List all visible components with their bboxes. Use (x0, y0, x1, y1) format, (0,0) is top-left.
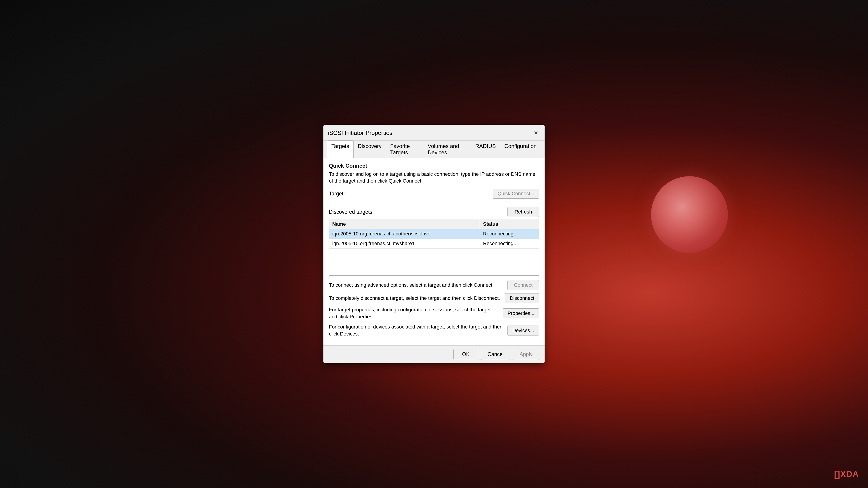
targets-table: Name Status iqn.2005-10.org.freenas.ctl:… (329, 219, 539, 275)
target-input[interactable] (350, 189, 490, 198)
divider-1 (329, 203, 539, 203)
tab-volumes-devices[interactable]: Volumes and Devices (423, 140, 471, 158)
discovered-targets-label: Discovered targets (329, 209, 372, 215)
quick-connect-row: Target: Quick Connect... (329, 189, 539, 199)
table-row[interactable]: iqn.2005-10.org.freenas.ctl:myshare1 Rec… (329, 239, 539, 249)
action-row-devices: For configuration of devices associated … (329, 324, 539, 337)
target-label: Target: (329, 191, 347, 197)
table-empty-row (329, 249, 539, 275)
quick-connect-button[interactable]: Quick Connect... (493, 189, 539, 199)
table-header-row: Name Status (329, 219, 539, 229)
moon-decoration (651, 176, 728, 253)
apply-button[interactable]: Apply (513, 349, 539, 360)
connect-description: To connect using advanced options, selec… (329, 282, 503, 289)
table-row[interactable]: iqn.2005-10.org.freenas.ctl:anotheríscsi… (329, 229, 539, 239)
tab-configuration[interactable]: Configuration (500, 140, 541, 158)
row-status: Reconnecting... (480, 239, 539, 249)
dialog-content: Quick Connect To discover and log on to … (323, 158, 545, 346)
disconnect-description: To completely disconnect a target, selec… (329, 295, 500, 302)
iscsi-dialog: iSCSI Initiator Properties ✕ Targets Dis… (323, 125, 545, 363)
properties-button[interactable]: Properties... (503, 308, 539, 318)
row-name: iqn.2005-10.org.freenas.ctl:anotheríscsi… (329, 229, 480, 239)
tab-favorite-targets[interactable]: Favorite Targets (386, 140, 423, 158)
close-button[interactable]: ✕ (531, 128, 541, 138)
disconnect-button[interactable]: Disconnect (505, 293, 539, 303)
discovered-targets-header: Discovered targets Refresh (329, 207, 539, 217)
action-row-connect: To connect using advanced options, selec… (329, 280, 539, 290)
tab-radius[interactable]: RADIUS (471, 140, 500, 158)
tab-bar: Targets Discovery Favorite Targets Volum… (323, 140, 545, 158)
row-name: iqn.2005-10.org.freenas.ctl:myshare1 (329, 239, 480, 249)
column-status: Status (480, 219, 539, 229)
connect-button[interactable]: Connect (507, 280, 539, 290)
quick-connect-description: To discover and log on to a target using… (329, 171, 539, 185)
devices-button[interactable]: Devices... (507, 326, 539, 335)
action-row-properties: For target properties, including configu… (329, 306, 539, 320)
dialog-footer: OK Cancel Apply (323, 346, 545, 363)
devices-description: For configuration of devices associated … (329, 324, 503, 337)
action-rows: To connect using advanced options, selec… (329, 280, 539, 337)
row-status: Reconnecting... (480, 229, 539, 239)
quick-connect-header: Quick Connect (329, 163, 539, 169)
ok-button[interactable]: OK (454, 349, 478, 360)
xda-logo: []XDA (834, 469, 859, 479)
action-row-disconnect: To completely disconnect a target, selec… (329, 293, 539, 303)
properties-description: For target properties, including configu… (329, 306, 498, 320)
tab-targets[interactable]: Targets (327, 140, 353, 158)
dialog-title: iSCSI Initiator Properties (328, 129, 393, 136)
title-bar: iSCSI Initiator Properties ✕ (323, 125, 545, 140)
tab-discovery[interactable]: Discovery (353, 140, 386, 158)
refresh-button[interactable]: Refresh (507, 207, 539, 217)
column-name: Name (329, 219, 480, 229)
cancel-button[interactable]: Cancel (481, 349, 510, 360)
